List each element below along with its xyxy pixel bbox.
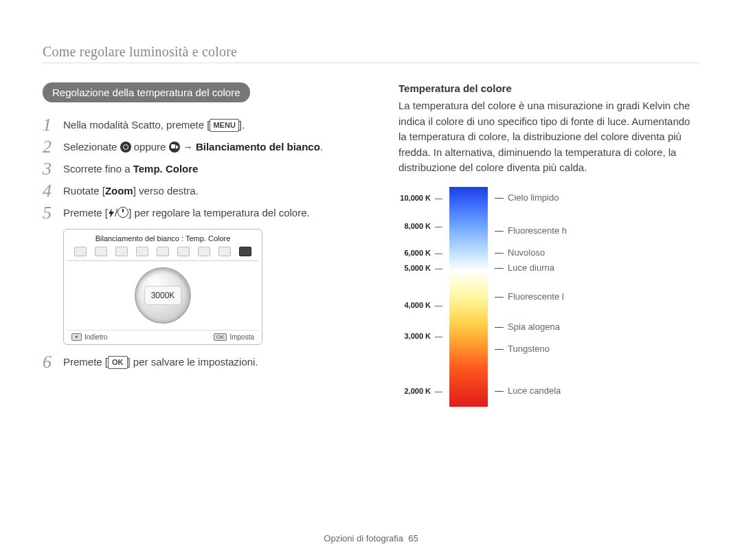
wb-icon [177, 247, 190, 256]
section-pill: Regolazione della temperatura del colore [43, 82, 250, 102]
kelvin-tick: 3,000 K [404, 332, 442, 340]
kelvin-tick: 5,000 K [404, 264, 442, 272]
video-icon [169, 142, 180, 153]
step-text: Selezionate [63, 141, 120, 153]
step-text: Nella modalità Scatto, premete [ [63, 119, 210, 131]
page-footer: Opzioni di fotografia 65 [0, 533, 742, 544]
step-text: → [180, 141, 196, 153]
screenshot-footer: ✦Indietro OKImposta [67, 330, 258, 341]
wb-preset-row [67, 245, 258, 261]
light-source-label: Tungsteno [495, 344, 550, 354]
step-number: 2 [43, 138, 63, 156]
step-text: oppure [131, 141, 169, 153]
light-source-label: Luce candela [495, 385, 561, 396]
camera-screenshot: Bilanciamento del bianco : Temp. Colore … [63, 229, 262, 345]
step-4: 4 Ruotate [Zoom] verso destra. [43, 183, 366, 200]
step-text: ] per salvare le impostazioni. [128, 356, 258, 368]
temperature-dial: 3000K [135, 267, 191, 324]
screenshot-title: Bilanciamento del bianco : Temp. Colore [67, 234, 258, 243]
light-source-label: Fluorescente h [495, 225, 567, 236]
ok-button-label: OK [108, 356, 128, 369]
step-bold: Temp. Colore [133, 163, 199, 175]
kelvin-tick: 6,000 K [404, 249, 442, 257]
back-label: Indietro [85, 333, 107, 341]
right-column: Temperatura del colore La temperatura de… [398, 82, 699, 407]
step-bold: Bilanciamento del bianco [196, 141, 320, 153]
wb-icon [218, 247, 231, 256]
wb-icon [136, 247, 148, 256]
step-text: Premete [ [63, 356, 108, 368]
step-text: ]. [239, 119, 245, 131]
steps-list-2: 6 Premete [OK] per salvare le impostazio… [43, 355, 366, 371]
step-number: 4 [43, 182, 63, 200]
dial-value: 3000K [144, 286, 181, 305]
kelvin-tick: 10,000 K [400, 194, 442, 202]
back-icon: ✦ [71, 333, 82, 341]
step-bold: Zoom [105, 185, 133, 197]
wb-icon [157, 247, 169, 256]
wb-icon [198, 247, 210, 256]
footer-page: 65 [408, 533, 418, 544]
step-5: 5 Premete [/] per regolare la temperatur… [43, 205, 366, 222]
wb-icon [239, 247, 251, 256]
step-1: 1 Nella modalità Scatto, premete [MENU]. [43, 117, 366, 134]
breadcrumb: Come regolare luminosità e colore [43, 44, 699, 63]
step-text: . [320, 141, 323, 153]
menu-button-label: MENU [210, 119, 238, 132]
timer-icon [117, 207, 128, 218]
step-3: 3 Scorrete fino a Temp. Colore [43, 161, 366, 178]
step-text: Ruotate [ [63, 185, 105, 197]
step-text: Scorrete fino a [63, 163, 133, 175]
right-paragraph: La temperatura del colore è una misurazi… [398, 98, 699, 176]
color-temp-chart: 10,000 K8,000 K6,000 K5,000 K4,000 K3,00… [403, 187, 699, 407]
step-6: 6 Premete [OK] per salvare le impostazio… [43, 355, 366, 371]
light-source-label: Luce diurna [495, 262, 554, 273]
kelvin-ticks: 10,000 K8,000 K6,000 K5,000 K4,000 K3,00… [403, 187, 442, 407]
ok-label: Imposta [229, 333, 254, 341]
step-number: 6 [43, 353, 63, 371]
footer-section: Opzioni di fotografia [324, 533, 403, 544]
right-heading: Temperatura del colore [398, 82, 699, 94]
light-source-label: Spia alogena [495, 322, 560, 332]
step-text: ] per regolare la temperatura del colore… [128, 207, 309, 219]
light-source-labels: Cielo limpidoFluorescente hNuvolosoLuce … [495, 187, 605, 407]
step-number: 1 [43, 116, 63, 134]
left-column: Regolazione della temperatura del colore… [43, 82, 366, 407]
kelvin-tick: 8,000 K [404, 222, 442, 230]
light-source-label: Fluorescente l [495, 291, 564, 302]
light-source-label: Nuvoloso [495, 247, 545, 258]
light-source-label: Cielo limpido [495, 192, 559, 203]
wb-icon [115, 247, 128, 256]
kelvin-tick: 4,000 K [404, 301, 442, 309]
step-text: ] verso destra. [133, 185, 199, 197]
ok-icon: OK [214, 333, 227, 341]
color-gradient-bar [449, 187, 488, 407]
step-number: 5 [43, 204, 63, 222]
flash-icon [108, 208, 115, 218]
steps-list: 1 Nella modalità Scatto, premete [MENU].… [43, 117, 366, 222]
kelvin-tick: 2,000 K [404, 387, 442, 395]
wb-icon [95, 247, 107, 256]
camera-icon [120, 142, 131, 153]
dial-area: 3000K [67, 261, 258, 330]
wb-icon [74, 247, 87, 256]
step-2: 2 Selezionate oppure → Bilanciamento del… [43, 139, 366, 156]
step-text: Premete [ [63, 207, 108, 219]
step-number: 3 [43, 160, 63, 178]
